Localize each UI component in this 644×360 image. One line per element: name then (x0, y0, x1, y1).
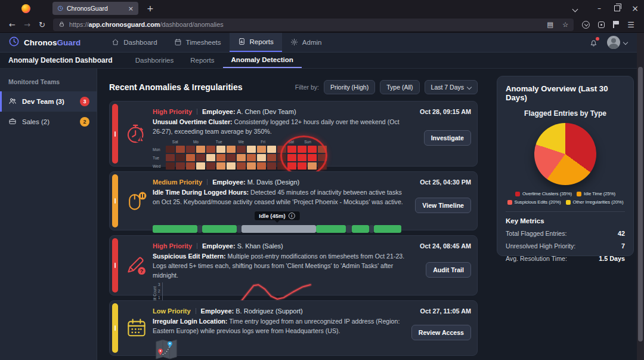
filter-label: Filter by: (295, 84, 319, 91)
new-tab-button[interactable]: + (147, 4, 154, 13)
page-scrollbar[interactable] (637, 33, 644, 360)
browser-extensions-area: ☰ (577, 20, 639, 29)
nav-item-reports[interactable]: Reports (230, 33, 282, 52)
scrollbar-thumb[interactable] (638, 67, 643, 341)
browser-tab[interactable]: ChronosGuard × (52, 2, 138, 15)
browser-url-bar: ← → ↻ https://app.chronosguard.com/dashb… (0, 17, 644, 33)
legend-swatch (515, 192, 520, 196)
tab-favicon-clock-icon (57, 3, 63, 14)
stopwatch-warning-icon (120, 107, 153, 161)
user-menu[interactable] (607, 36, 627, 49)
legend-swatch (566, 200, 571, 205)
extension-icon[interactable] (598, 21, 605, 28)
card-description: Unusual Overtime Cluster: Consistently l… (153, 118, 409, 137)
main-content: Recent Anomalies & Irregularities Filter… (97, 69, 481, 360)
legend-item: Suspicious Edits (20%) (507, 199, 561, 205)
audit-trail-button[interactable]: Audit Trail (426, 262, 471, 278)
timeline-segment-gap (237, 225, 242, 233)
reader-view-icon[interactable]: ▤ (547, 20, 553, 29)
view-timeline-button[interactable]: View Timeline (415, 198, 471, 213)
home-icon (112, 38, 119, 47)
tab-dashboriries[interactable]: Dashboriries (127, 53, 182, 68)
filter-button-priority-high[interactable]: Priority (High) (324, 80, 375, 94)
legend-item: Other Irregularities (20%) (566, 199, 624, 205)
idle-tooltip: Idle (45m) i (253, 211, 300, 221)
anomaly-card-edits: ? High Priority Employee: S. Khan (Sales… (109, 235, 478, 296)
tab-close-icon[interactable]: × (128, 5, 134, 13)
firefox-icon[interactable] (21, 4, 30, 13)
timeline-segment-idle (242, 225, 316, 233)
browser-tab-bar: ChronosGuard × + – × (0, 0, 644, 17)
filter-bar: Filter by: Priority (High)Type (All)Last… (295, 80, 478, 94)
priority-accent-bar (112, 238, 118, 293)
sidebar-heading: Monitored Teams (0, 75, 97, 91)
nav-item-admin[interactable]: Admin (282, 33, 330, 52)
tab-reports[interactable]: Reports (182, 53, 222, 68)
timeline-segment-gap (369, 225, 374, 233)
window-minimize-button[interactable]: – (590, 1, 608, 16)
filter-button-last-7-days[interactable]: Last 7 Days (425, 80, 478, 94)
url-field[interactable]: https://app.chronosguard.com/dashboard/a… (53, 19, 574, 31)
clock-logo-icon (8, 36, 20, 50)
window-close-button[interactable]: × (626, 1, 644, 16)
priority-label: High Priority (153, 108, 192, 115)
tab-list-chevron-icon[interactable] (573, 3, 577, 14)
timestamp: Oct 24, 08:45 AM (420, 242, 471, 250)
pencil-question-icon: ? (120, 241, 153, 290)
priority-accent-bar (112, 174, 118, 227)
back-icon[interactable]: ← (5, 18, 20, 31)
panel-title: Anomaly Overview (Last 30 Days) (506, 84, 625, 102)
timestamp: Oct 27, 11:05 AM (420, 307, 471, 315)
separator (197, 109, 197, 115)
card-content: High Priority Employee: A. Chen (Dev Tea… (153, 107, 409, 161)
header-right (589, 33, 637, 52)
menu-icon[interactable]: ☰ (627, 20, 634, 29)
activity-timeline (153, 225, 401, 233)
metric-row: Total Flagged Entries:42 (506, 230, 625, 237)
pocket-icon[interactable] (582, 21, 590, 29)
bookmark-star-icon[interactable]: ☆ (562, 20, 568, 29)
avatar (607, 36, 620, 49)
legend-item: Overtime Clusters (35%) (515, 191, 572, 196)
info-icon[interactable]: i (289, 213, 295, 219)
sidebar-item-sales-2[interactable]: Sales (2)2 (0, 112, 97, 132)
browser-window: ChronosGuard × + – × ← → ↻ https://app.c… (0, 0, 644, 360)
chevron-down-icon (623, 40, 628, 45)
investigate-button[interactable]: Investigate (424, 130, 471, 146)
extension-flag-icon[interactable] (613, 21, 619, 28)
key-metrics-list: Total Flagged Entries:42Unresolved High … (506, 230, 625, 262)
filter-button-type-all[interactable]: Type (All) (380, 80, 419, 94)
priority-label: Medium Priority (153, 179, 202, 186)
review-access-button[interactable]: Review Access (411, 325, 471, 340)
heatmap-col-labels: SatMoTueWeFriSatSun (166, 140, 327, 146)
flagged-entries-pie-chart (534, 123, 596, 185)
subnav-tabs: DashboririesReportsAnomaly Detection (127, 53, 302, 68)
sidebar-item-dev-team-3[interactable]: Dev Team (3)3 (0, 91, 97, 112)
divider (506, 211, 625, 212)
nav-item-timesheets[interactable]: Timesheets (166, 33, 230, 52)
window-restore-button[interactable] (608, 1, 626, 16)
timeline-segment-active (352, 225, 369, 233)
legend-swatch (507, 200, 512, 205)
anomaly-card-idle: Medium Priority Employee: M. Davis (Desi… (109, 171, 478, 230)
section-title: Recent Anomalies & Irregularities (109, 82, 243, 92)
card-description: Irregular Login Location: Time entry log… (153, 317, 409, 336)
calendar-icon (120, 306, 153, 350)
forward-icon[interactable]: → (20, 18, 35, 31)
anomaly-card-overtime: High Priority Employee: A. Chen (Dev Tea… (109, 101, 478, 167)
sidebar-items: Dev Team (3)3Sales (2)2 (0, 91, 97, 132)
notifications-bell-icon[interactable] (589, 38, 598, 47)
sub-navigation: Anomaly Detection Dashboard Dashboriries… (0, 53, 637, 69)
refresh-icon[interactable]: ↻ (35, 18, 49, 31)
card-description: Suspicious Edit Pattern: Multiple post-e… (153, 252, 409, 281)
timeline-segment-gap (346, 225, 352, 233)
brand[interactable]: ChronosGuard (0, 33, 94, 52)
legend-swatch (577, 192, 581, 196)
tab-anomaly-detection[interactable]: Anomaly Detection (223, 53, 302, 68)
sidebar: Monitored Teams Dev Team (3)3Sales (2)2 (0, 69, 97, 360)
anomaly-overview-panel: Anomaly Overview (Last 30 Days) Flagged … (497, 76, 634, 256)
lock-icon (58, 19, 65, 30)
nav-item-dashboard[interactable]: Dashboard (103, 33, 165, 52)
main-header: Recent Anomalies & Irregularities Filter… (109, 80, 478, 94)
calendar-icon (174, 38, 182, 47)
